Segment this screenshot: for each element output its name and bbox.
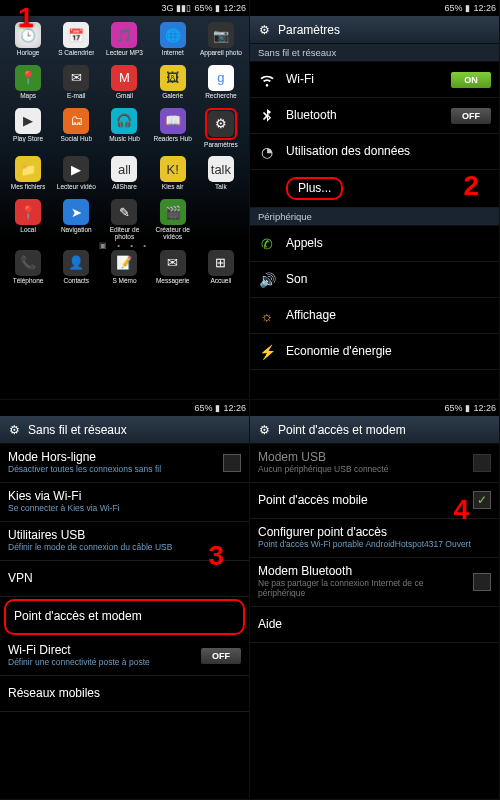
app-icon: ⊞ [208,250,234,276]
app-label: Créateur de vidéos [151,227,195,241]
annotation-step-3: 3 [208,540,224,572]
row-data-usage[interactable]: ◔ Utilisation des données [250,134,499,170]
app-icon: talk [208,156,234,182]
row-sound[interactable]: 🔊 Son [250,262,499,298]
row-wifi[interactable]: Wi-Fi ON [250,62,499,98]
row-sub: Se connecter à Kies via Wi-Fi [8,504,241,514]
app-icon: ▶ [63,156,89,182]
app-music-hub[interactable]: 🎧Music Hub [100,108,148,149]
app-play-store[interactable]: ▶Play Store [4,108,52,149]
usb-modem-checkbox [473,454,491,472]
wifi-direct-toggle[interactable]: OFF [201,648,241,664]
row-help[interactable]: Aide [250,607,499,643]
clock: 12:26 [473,403,496,413]
app-icon: 🎬 [160,199,186,225]
app-label: Play Store [13,136,43,143]
panel-2-settings: 2 65% ▮ 12:26 ⚙ Paramètres Sans fil et r… [250,0,500,400]
status-bar: 65% ▮ 12:26 [0,400,249,416]
app-label: Galerie [162,93,183,100]
row-power-saving[interactable]: ⚡ Economie d'énergie [250,334,499,370]
app-internet[interactable]: 🌐Internet [149,22,197,57]
row-tethering[interactable]: Point d'accès et modem [4,599,245,635]
row-sub: Désactiver toutes les connexions sans fi… [8,465,213,475]
phone-icon: ✆ [258,235,276,253]
app-icon: ⚙ [208,111,234,137]
app-social-hub[interactable]: 🗂Social Hub [52,108,100,149]
row-label: Mode Hors-ligne [8,451,213,464]
gear-icon: ⚙ [6,422,22,438]
app-label: Readers Hub [154,136,192,143]
airplane-checkbox[interactable] [223,454,241,472]
app-recherche[interactable]: gRecherche [197,65,245,100]
annotation-step-1: 1 [18,2,34,34]
row-airplane-mode[interactable]: Mode Hors-ligne Désactiver toutes les co… [0,444,249,483]
app-mes-fichiers[interactable]: 📁Mes fichiers [4,156,52,191]
dock-t-l-phone[interactable]: 📞Téléphone [4,250,52,285]
app-local[interactable]: 📍Local [4,199,52,241]
row-bluetooth[interactable]: Bluetooth OFF [250,98,499,134]
wifi-toggle[interactable]: ON [451,72,491,88]
app-cr-ateur-de-vid-os[interactable]: 🎬Créateur de vidéos [149,199,197,241]
clock: 12:26 [223,403,246,413]
page-title: Point d'accès et modem [278,423,406,437]
app-empty [197,199,245,241]
app-maps[interactable]: 📍Maps [4,65,52,100]
row-label: Wi-Fi Direct [8,644,191,657]
app-navigation[interactable]: ➤Navigation [52,199,100,241]
status-bar: 65% ▮ 12:26 [250,400,499,416]
gear-icon: ⚙ [256,422,272,438]
battery-label: 65% [194,403,212,413]
row-mobile-networks[interactable]: Réseaux mobiles [0,676,249,712]
row-kies-wifi[interactable]: Kies via Wi-Fi Se connecter à Kies via W… [0,483,249,522]
row-bt-modem[interactable]: Modem Bluetooth Ne pas partager la conne… [250,558,499,607]
app-icon: M [111,65,137,91]
app-lecteur-mp3[interactable]: 🎵Lecteur MP3 [100,22,148,57]
app-gmail[interactable]: MGmail [100,65,148,100]
battery-label: 65% [194,3,212,13]
dock-accueil[interactable]: ⊞Accueil [197,250,245,285]
row-calls[interactable]: ✆ Appels [250,226,499,262]
app-s-calendrier[interactable]: 📅S Calendrier [52,22,100,57]
app-galerie[interactable]: 🖼Galerie [149,65,197,100]
app-label: Messagerie [156,278,190,285]
app-kies-air[interactable]: K!Kies air [149,156,197,191]
bluetooth-toggle[interactable]: OFF [451,108,491,124]
bluetooth-icon [258,107,276,125]
app-e-mail[interactable]: ✉E-mail [52,65,100,100]
app-icon: 📁 [15,156,41,182]
battery-label: 65% [444,3,462,13]
row-display[interactable]: ☼ Affichage [250,298,499,334]
app-icon: 🗂 [63,108,89,134]
row-wifi-direct[interactable]: Wi-Fi Direct Définir une connectivité po… [0,637,249,676]
battery-label: 65% [444,403,462,413]
panel-1-appdrawer: 1 3G ▮▮▯ 65% ▮ 12:26 🕒Horloge📅S Calendri… [0,0,250,400]
app-param-tres[interactable]: ⚙Paramètres [197,108,245,149]
app-appareil-photo[interactable]: 📷Appareil photo [197,22,245,57]
page-indicator[interactable]: ▣ • • • [0,241,249,250]
settings-header: ⚙ Point d'accès et modem [250,416,499,444]
dock-contacts[interactable]: 👤Contacts [52,250,100,285]
app-label: Téléphone [13,278,44,285]
app-icon: 👤 [63,250,89,276]
app-editeur-de-photos[interactable]: ✎Editeur de photos [100,199,148,241]
bt-modem-checkbox[interactable] [473,573,491,591]
dock-messagerie[interactable]: ✉Messagerie [149,250,197,285]
app-talk[interactable]: talkTalk [197,156,245,191]
row-label: Utilisation des données [286,145,491,158]
row-label: Utilitaires USB [8,529,241,542]
app-label: S Mémo [112,278,136,285]
dock-s-m-mo[interactable]: 📝S Mémo [100,250,148,285]
dock: 📞Téléphone👤Contacts📝S Mémo✉Messagerie⊞Ac… [0,250,249,289]
app-allshare[interactable]: allAllShare [100,156,148,191]
settings-header: ⚙ Paramètres [250,16,499,44]
app-label: Music Hub [109,136,140,143]
app-lecteur-vid-o[interactable]: ▶Lecteur vidéo [52,156,100,191]
app-readers-hub[interactable]: 📖Readers Hub [149,108,197,149]
annotation-step-2: 2 [463,170,479,202]
row-sub: Aucun périphérique USB connecté [258,465,463,475]
page-title: Paramètres [278,23,340,37]
row-label: Son [286,273,491,286]
mobile-ap-checkbox[interactable]: ✓ [473,491,491,509]
row-label: Modem USB [258,451,463,464]
row-more[interactable]: Plus... [250,170,499,208]
